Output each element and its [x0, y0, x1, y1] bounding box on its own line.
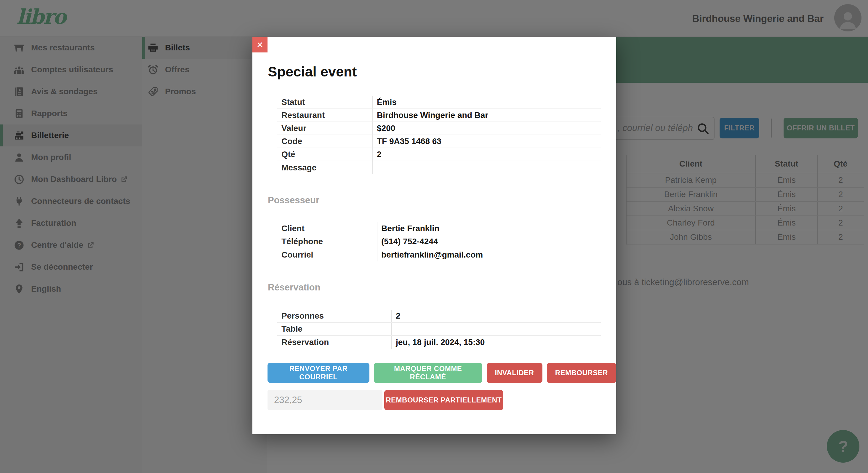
detail-row: Message [277, 161, 601, 174]
detail-label: Restaurant [277, 109, 372, 121]
detail-value: 2 [391, 310, 601, 322]
detail-row: Téléphone(514) 752-4244 [277, 235, 601, 248]
detail-label: Téléphone [277, 235, 377, 248]
detail-row: Valeur$200 [277, 122, 601, 135]
detail-row: Réservationjeu, 18 juil. 2024, 15:30 [277, 336, 601, 349]
detail-row: Qté2 [277, 148, 601, 161]
modal-close-button[interactable]: ✕ [252, 37, 268, 53]
partial-refund-row: REMBOURSER PARTIELLEMENT [268, 390, 503, 410]
ticket-details-table: StatutÉmis RestaurantBirdhouse Wingerie … [277, 96, 601, 174]
detail-label: Personnes [277, 310, 391, 322]
mark-claimed-button[interactable]: MARQUER COMME RÉCLAMÉ [374, 363, 482, 383]
resend-email-button[interactable]: RENVOYER PAR COURRIEL [268, 363, 369, 383]
reservation-table: Personnes2 Table Réservationjeu, 18 juil… [277, 310, 601, 349]
detail-label: Réservation [277, 336, 391, 349]
detail-label: Message [277, 161, 372, 174]
detail-row: CodeTF 9A35 1468 63 [277, 135, 601, 148]
modal-actions: RENVOYER PAR COURRIEL MARQUER COMME RÉCL… [268, 363, 616, 383]
modal-title: Special event [268, 63, 357, 80]
partial-refund-amount-input[interactable] [268, 390, 382, 410]
section-title-reservation: Réservation [268, 282, 320, 293]
refund-button[interactable]: REMBOURSER [547, 363, 616, 383]
section-title-possesseur: Possesseur [268, 195, 319, 206]
detail-value [372, 161, 601, 174]
detail-row: RestaurantBirdhouse Wingerie and Bar [277, 109, 601, 122]
detail-value: Émis [372, 96, 601, 109]
possesseur-table: ClientBertie Franklin Téléphone(514) 752… [277, 222, 601, 261]
detail-value: bertiefranklin@gmail.com [377, 248, 601, 261]
detail-value: jeu, 18 juil. 2024, 15:30 [391, 336, 601, 349]
detail-label: Table [277, 323, 391, 335]
detail-label: Valeur [277, 122, 372, 135]
detail-value [391, 323, 601, 335]
detail-label: Client [277, 222, 377, 235]
detail-row: Courrielbertiefranklin@gmail.com [277, 248, 601, 261]
detail-row: Personnes2 [277, 310, 601, 323]
detail-label: Code [277, 135, 372, 148]
detail-value: TF 9A35 1468 63 [372, 135, 601, 148]
detail-value: 2 [372, 148, 601, 160]
ticket-detail-modal: ✕ Special event StatutÉmis RestaurantBir… [252, 37, 616, 434]
detail-value: Bertie Franklin [377, 222, 601, 235]
detail-label: Statut [277, 96, 372, 109]
invalidate-button[interactable]: INVALIDER [487, 363, 542, 383]
detail-row: StatutÉmis [277, 96, 601, 109]
detail-row: ClientBertie Franklin [277, 222, 601, 235]
detail-row: Table [277, 323, 601, 336]
app-root: libro Birdhouse Wingerie and Bar Mes res… [0, 0, 868, 473]
partial-refund-button[interactable]: REMBOURSER PARTIELLEMENT [384, 390, 503, 410]
detail-value: Birdhouse Wingerie and Bar [372, 109, 601, 121]
detail-label: Qté [277, 148, 372, 160]
detail-value: $200 [372, 122, 601, 135]
detail-label: Courriel [277, 248, 377, 261]
detail-value: (514) 752-4244 [377, 235, 601, 248]
